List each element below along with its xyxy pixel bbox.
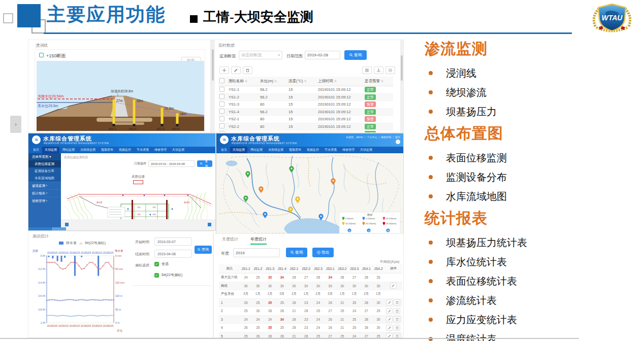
- date-filter-label: 日期范围: [286, 53, 303, 59]
- query-button[interactable]: 查询: [344, 50, 367, 60]
- edit-button[interactable]: [386, 299, 393, 305]
- sidebar-item[interactable]: 渗流监测 ›: [28, 182, 61, 189]
- crest-label: 坝顶高程28.8m: [110, 89, 133, 93]
- sort-icon[interactable]: ⇅: [381, 80, 383, 83]
- end-time-input[interactable]: 2019-04-08: [154, 250, 192, 258]
- delete-button[interactable]: [394, 325, 400, 331]
- column-header[interactable]: 水位(m) ⇅: [259, 77, 287, 86]
- year-label: 年度: [221, 251, 229, 256]
- table-row: YS1-156.21520190101 15:09:12正常: [218, 86, 393, 94]
- date-range-input[interactable]: 2019-03-01 - 2019-04-08: [148, 160, 195, 167]
- svg-text:10-15(mm): 10-15(mm): [386, 217, 397, 220]
- columns-icon[interactable]: [362, 66, 372, 74]
- sidebar-item[interactable]: 统计报表 ›: [28, 189, 61, 197]
- tab-monthly[interactable]: 月度统计: [222, 236, 238, 244]
- edit-button[interactable]: [390, 283, 397, 289]
- nav-item[interactable]: 水雨情监测: [266, 147, 286, 153]
- nav-item[interactable]: 大坝监测: [230, 147, 247, 153]
- sidebar-item[interactable]: 监测设备分布: [28, 167, 61, 175]
- collapse-icon[interactable]: [385, 66, 395, 74]
- delete-button[interactable]: [394, 316, 400, 322]
- delete-button[interactable]: [394, 333, 400, 338]
- export-icon[interactable]: [374, 66, 383, 74]
- nav-item[interactable]: 大坝监测: [42, 147, 59, 153]
- nav-item[interactable]: 节水灌溉: [322, 147, 339, 153]
- column-header: JS3-2: [336, 264, 348, 274]
- deco-square-outline: [3, 13, 13, 23]
- start-time-input[interactable]: 2019-03-07: [154, 237, 192, 246]
- nav-item[interactable]: 大坝监测: [358, 147, 375, 153]
- column-header[interactable]: 是否预警 ⇅: [364, 77, 393, 86]
- edit-button[interactable]: [386, 316, 393, 322]
- scrollbar-vertical-right[interactable]: [400, 40, 403, 133]
- svg-text:0.6 l/h: 0.6 l/h: [38, 294, 45, 297]
- delete-button[interactable]: [394, 299, 400, 305]
- scrollbar-vertical[interactable]: [211, 40, 215, 133]
- edit-button[interactable]: [231, 66, 241, 74]
- svg-text:JS4: JS4: [152, 213, 156, 216]
- edit-button[interactable]: [386, 308, 393, 314]
- nav-item[interactable]: 视频监控: [116, 147, 134, 153]
- nav-item[interactable]: 视频监控: [304, 147, 321, 153]
- year-input[interactable]: 2019: [233, 248, 280, 257]
- feature-item: 监测设备分布: [429, 167, 641, 187]
- bullet-icon: [429, 260, 433, 264]
- nav-item[interactable]: 首页: [30, 147, 42, 153]
- row-checkbox[interactable]: [219, 87, 224, 92]
- sort-icon[interactable]: ⇅: [245, 80, 247, 83]
- svg-text:测点区: 测点区: [96, 201, 103, 203]
- sort-icon[interactable]: ⇅: [334, 80, 337, 83]
- query-button[interactable]: 查询: [195, 246, 212, 254]
- row-checkbox[interactable]: [219, 94, 224, 99]
- sidebar-item[interactable]: 巡检管理 ›: [28, 197, 61, 204]
- watershed-map[interactable]: 图例0-5(mm)5-10(mm)10-15(mm)15-20(mm)20-25…: [216, 153, 403, 234]
- sidebar-item[interactable]: 总体布置图 ▾: [28, 153, 61, 160]
- title-rule: [44, 32, 572, 34]
- nav-item[interactable]: 水雨情监测: [78, 147, 98, 153]
- bullet-icon: [429, 71, 433, 75]
- nav-item[interactable]: 大坝监测: [170, 147, 187, 153]
- nav-item[interactable]: 首页: [218, 147, 230, 153]
- row-checkbox[interactable]: [219, 123, 224, 128]
- nav-item[interactable]: 维修管理: [340, 147, 357, 153]
- nav-item[interactable]: 闸站监测: [60, 147, 77, 153]
- nav-item[interactable]: 节水灌溉: [134, 147, 151, 153]
- delete-button[interactable]: [243, 66, 252, 74]
- section-select[interactable]: 请选择断面 ▾: [239, 51, 282, 59]
- export-button[interactable]: 导出: [312, 248, 334, 257]
- checkbox-station[interactable]: ✓ 5#(22号测站): [154, 272, 182, 278]
- table-row: YS1-456.21520190101 15:09:12正常: [218, 108, 393, 116]
- reservoir-level-label: 库水位25.5m: [38, 104, 58, 108]
- sort-icon[interactable]: ⇅: [304, 80, 307, 83]
- column-header[interactable]: 测站名称 ⇅: [228, 77, 259, 86]
- search-icon: [200, 162, 203, 165]
- query-button[interactable]: 查询: [286, 248, 307, 257]
- nav-item[interactable]: 维修管理: [152, 147, 169, 153]
- nav-item[interactable]: 预警发布: [99, 147, 116, 153]
- row-checkbox[interactable]: [219, 109, 224, 114]
- tab-yearly[interactable]: 年度统计: [250, 236, 267, 245]
- bullet-icon: [429, 110, 433, 114]
- add-button[interactable]: [219, 66, 229, 74]
- map-legend: 图例0-5(mm)5-10(mm)10-15(mm)15-20(mm)20-25…: [339, 212, 400, 233]
- column-header[interactable]: 上报时间 ⇅: [317, 77, 364, 86]
- checkbox-select-all[interactable]: ✓ 全选: [154, 261, 169, 266]
- row-checkbox[interactable]: [219, 101, 224, 107]
- pager-left[interactable]: [65, 223, 69, 226]
- edit-button[interactable]: [386, 325, 393, 331]
- select-all-checkbox[interactable]: [219, 78, 224, 83]
- date-input[interactable]: 2019-02-28: [305, 51, 340, 59]
- query-button[interactable]: 查询: [197, 160, 212, 167]
- column-header[interactable]: 温度(°C) ⇅: [287, 77, 317, 86]
- sidebar-item[interactable]: 水库流域地图: [28, 175, 61, 182]
- nav-item[interactable]: 预警发布: [286, 147, 304, 153]
- delete-button[interactable]: [394, 308, 400, 314]
- sidebar-expander[interactable]: ›: [10, 116, 21, 133]
- pager-right[interactable]: [208, 223, 211, 226]
- table-row: 2252628282128252725242725: [219, 307, 402, 316]
- row-checkbox[interactable]: [219, 116, 224, 121]
- edit-button[interactable]: [386, 333, 393, 338]
- sidebar-item[interactable]: 表面位移监测: [28, 160, 61, 167]
- nav-item[interactable]: 闸站监测: [248, 147, 265, 153]
- sort-icon[interactable]: ⇅: [274, 80, 277, 83]
